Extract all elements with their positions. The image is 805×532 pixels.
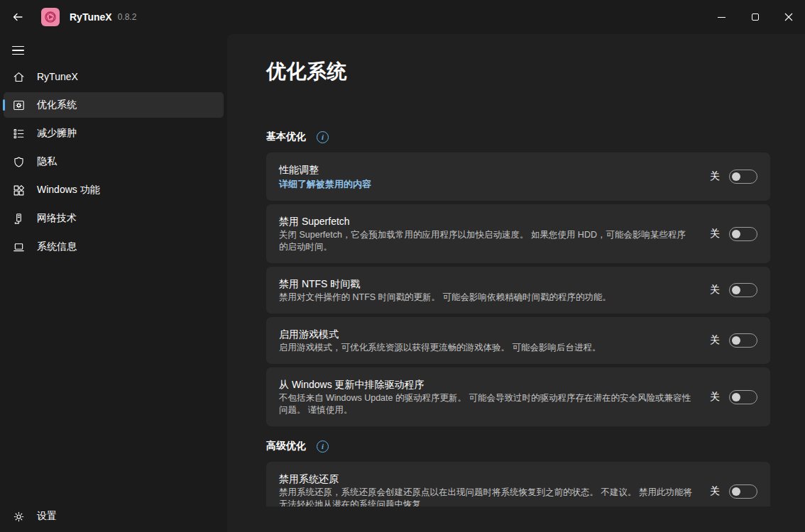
debloat-list-icon xyxy=(12,127,26,140)
setting-title: 禁用 Superfetch xyxy=(279,214,693,228)
toggle-knob xyxy=(732,286,740,294)
setting-title: 启用游戏模式 xyxy=(279,327,693,341)
sidebar-item-label: 网络技术 xyxy=(37,212,77,225)
toggle-state-label: 关 xyxy=(710,228,720,240)
sidebar-item-label: 设置 xyxy=(37,510,57,523)
toggle-state-label: 关 xyxy=(710,391,720,404)
sidebar: RyTuneX 优化系统 减少臃肿 xyxy=(0,34,227,532)
sidebar-item-home[interactable]: RyTuneX xyxy=(4,64,224,89)
toggle-switch[interactable] xyxy=(729,283,757,297)
sidebar-footer: 设置 xyxy=(0,501,227,529)
app-logo-icon xyxy=(41,8,60,26)
toggle-state-label: 关 xyxy=(710,334,720,347)
hamburger-icon xyxy=(12,46,24,48)
section-label: 基本优化 xyxy=(266,131,306,143)
toggle-switch[interactable] xyxy=(729,170,757,184)
home-icon xyxy=(12,70,26,84)
sidebar-item-label: 减少臃肿 xyxy=(37,127,77,140)
toggle-knob xyxy=(732,336,740,345)
settings-card-list: 性能调整 详细了解被禁用的内容 关 禁用 Superfetch 关闭 Super… xyxy=(266,153,770,426)
app-version: 0.8.2 xyxy=(118,12,137,22)
sidebar-item-optimize-system[interactable]: 优化系统 xyxy=(4,92,224,118)
optimize-icon xyxy=(12,99,26,112)
windows-features-icon xyxy=(12,184,26,197)
titlebar: RyTuneX 0.8.2 xyxy=(0,0,805,34)
content-scroll-area: 优化系统 基本优化 i 性能调整 详细了解被禁用的内容 关 禁用 Superfe… xyxy=(227,34,805,506)
toggle-state-label: 关 xyxy=(710,170,720,183)
app-title: RyTuneX xyxy=(70,11,112,23)
info-icon[interactable]: i xyxy=(317,440,329,453)
toggle-switch[interactable] xyxy=(729,227,757,241)
sidebar-item-label: 优化系统 xyxy=(37,99,77,111)
back-arrow-icon xyxy=(12,11,23,23)
section-header-basic: 基本优化 i xyxy=(266,131,770,143)
setting-title: 性能调整 xyxy=(279,162,693,177)
sidebar-item-label: Windows 功能 xyxy=(37,184,100,196)
minimize-button[interactable] xyxy=(705,0,738,34)
window-controls xyxy=(705,0,805,34)
back-button[interactable] xyxy=(6,6,30,28)
page-title: 优化系统 xyxy=(266,58,770,85)
minimize-icon xyxy=(718,17,725,18)
settings-card-list-advanced: 禁用系统还原 禁用系统还原，系统还原会创建还原点以在出现问题时将系统恢复到之前的… xyxy=(266,462,770,506)
setting-title: 禁用 NTFS 时间戳 xyxy=(279,277,693,291)
toggle-knob xyxy=(732,487,740,496)
toggle-switch[interactable] xyxy=(729,390,757,404)
setting-card-disable-system-restore: 禁用系统还原 禁用系统还原，系统还原会创建还原点以在出现问题时将系统恢复到之前的… xyxy=(266,462,770,506)
hamburger-menu-button[interactable] xyxy=(9,38,37,62)
toggle-knob xyxy=(732,393,740,401)
toggle-switch[interactable] xyxy=(729,333,757,348)
main-content: 优化系统 基本优化 i 性能调整 详细了解被禁用的内容 关 禁用 Superfe… xyxy=(227,34,805,532)
shield-icon xyxy=(12,155,26,169)
sidebar-item-system-info[interactable]: 系统信息 xyxy=(4,234,224,260)
maximize-button[interactable] xyxy=(738,0,772,34)
setting-card-performance-tweaks: 性能调整 详细了解被禁用的内容 关 xyxy=(266,153,770,201)
info-icon[interactable]: i xyxy=(317,131,329,143)
maximize-icon xyxy=(752,13,759,21)
network-icon xyxy=(12,212,26,226)
setting-card-enable-game-mode: 启用游戏模式 启用游戏模式，可优化系统资源以获得更流畅的游戏体验。 可能会影响后… xyxy=(266,317,770,364)
sidebar-item-label: 隐私 xyxy=(37,155,57,168)
learn-more-link[interactable]: 详细了解被禁用的内容 xyxy=(279,177,371,191)
setting-description: 禁用对文件操作的 NTFS 时间戳的更新。 可能会影响依赖精确时间戳的程序的功能… xyxy=(279,292,693,304)
system-info-icon xyxy=(12,240,26,254)
close-icon xyxy=(784,13,793,21)
setting-card-disable-ntfs-timestamp: 禁用 NTFS 时间戳 禁用对文件操作的 NTFS 时间戳的更新。 可能会影响依… xyxy=(266,267,770,314)
setting-title: 从 Windows 更新中排除驱动程序 xyxy=(279,377,693,392)
toggle-knob xyxy=(732,172,740,181)
sidebar-item-label: 系统信息 xyxy=(37,240,77,253)
close-button[interactable] xyxy=(772,0,805,34)
setting-card-disable-superfetch: 禁用 Superfetch 关闭 Superfetch，它会预加载常用的应用程序… xyxy=(266,204,770,263)
toggle-state-label: 关 xyxy=(710,485,720,498)
setting-description: 关闭 Superfetch，它会预加载常用的应用程序以加快启动速度。 如果您使用… xyxy=(279,229,693,253)
setting-description: 启用游戏模式，可优化系统资源以获得更流畅的游戏体验。 可能会影响后台进程。 xyxy=(279,342,693,354)
sidebar-item-network[interactable]: 网络技术 xyxy=(4,206,224,231)
sidebar-item-label: RyTuneX xyxy=(37,71,78,82)
setting-title: 禁用系统还原 xyxy=(279,472,693,486)
section-label: 高级优化 xyxy=(266,440,306,453)
section-header-advanced: 高级优化 i xyxy=(266,440,770,453)
toggle-knob xyxy=(732,230,740,238)
toggle-state-label: 关 xyxy=(710,284,720,297)
sidebar-item-privacy[interactable]: 隐私 xyxy=(4,149,224,174)
setting-description: 不包括来自 Windows Update 的驱动程序更新。 可能会导致过时的驱动… xyxy=(279,392,693,416)
sidebar-item-settings[interactable]: 设置 xyxy=(4,504,224,529)
sidebar-item-windows-features[interactable]: Windows 功能 xyxy=(4,177,224,203)
toggle-switch[interactable] xyxy=(729,484,757,499)
sidebar-nav: RyTuneX 优化系统 减少臃肿 xyxy=(0,61,227,260)
setting-description: 禁用系统还原，系统还原会创建还原点以在出现问题时将系统恢复到之前的状态。 不建议… xyxy=(279,487,693,506)
setting-card-exclude-drivers-windows-update: 从 Windows 更新中排除驱动程序 不包括来自 Windows Update… xyxy=(266,367,770,426)
sidebar-item-debloat[interactable]: 减少臃肿 xyxy=(4,121,224,146)
gear-icon xyxy=(12,510,26,523)
